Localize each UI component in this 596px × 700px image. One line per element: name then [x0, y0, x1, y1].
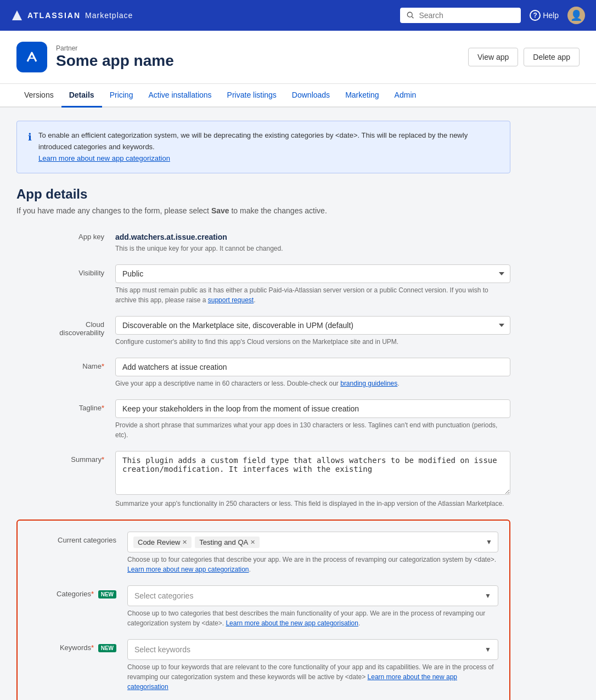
section-subtitle: If you have made any changes to the form… [16, 206, 510, 215]
nav-link-active-installations[interactable]: Active installations [140, 84, 219, 108]
keywords-hint: Choose up to four keywords that are rele… [127, 662, 498, 692]
tagline-hint: Provide a short phrase that summarizes w… [115, 420, 510, 440]
tagline-field: Provide a short phrase that summarizes w… [115, 399, 510, 440]
tag-code-review-close[interactable]: ✕ [182, 539, 187, 546]
categories-label: Categories* NEW [29, 585, 127, 598]
nav-link-details[interactable]: Details [61, 84, 102, 108]
categories-new-badge: NEW [98, 590, 116, 599]
summary-field: This plugin adds a custom field type tha… [115, 451, 510, 509]
nav-link-downloads[interactable]: Downloads [284, 84, 338, 108]
header: ATLASSIAN Marketplace ? Help 👤 [0, 0, 596, 31]
form-row-visibility: Visibility Public Private This app must … [16, 264, 510, 305]
search-input[interactable] [419, 11, 514, 20]
tagline-input[interactable] [115, 399, 510, 418]
nav-item-private-listings[interactable]: Private listings [220, 84, 284, 106]
app-key-hint: This is the unique key for your app. It … [115, 244, 510, 253]
tagline-label: Tagline* [16, 399, 115, 412]
keywords-label: Keywords* NEW [29, 639, 127, 652]
info-banner-text: To enable an efficient categorization sy… [38, 130, 499, 164]
tag-testing-qa-close[interactable]: ✕ [250, 539, 255, 546]
app-header-right: View app Delete app [468, 48, 580, 66]
app-title-area: Partner Some app name [56, 44, 174, 70]
form-row-categories: Categories* NEW Select categories ▼ Choo… [29, 585, 498, 628]
current-categories-learn-more-link[interactable]: Learn more about new app categorization [127, 566, 249, 573]
nav-item-admin[interactable]: Admin [387, 84, 424, 106]
main-content: ℹ To enable an efficient categorization … [0, 108, 527, 700]
partner-label: Partner [56, 44, 174, 52]
nav-item-active-installations[interactable]: Active installations [140, 84, 219, 106]
nav-link-admin[interactable]: Admin [387, 84, 424, 108]
svg-line-2 [412, 16, 414, 18]
visibility-select[interactable]: Public Private [115, 264, 510, 283]
name-field: Give your app a descriptive name in 60 c… [115, 358, 510, 388]
nav-link-pricing[interactable]: Pricing [102, 84, 141, 108]
avatar[interactable]: 👤 [567, 7, 585, 24]
app-key-value: add.watchers.at.issue.creation [115, 228, 510, 241]
svg-marker-0 [12, 10, 22, 20]
nav-item-pricing[interactable]: Pricing [102, 84, 141, 106]
search-bar[interactable] [400, 8, 521, 23]
categories-learn-more-link[interactable]: Learn more about the new app categorisat… [226, 619, 358, 627]
form-row-app-key: App key add.watchers.at.issue.creation T… [16, 228, 510, 253]
svg-point-1 [408, 12, 413, 17]
nav-item-details[interactable]: Details [61, 84, 102, 106]
current-categories-tags-select[interactable]: Code Review ✕ Testing and QA ✕ ▼ [127, 532, 498, 552]
form-row-tagline: Tagline* Provide a short phrase that sum… [16, 399, 510, 440]
form-row-keywords: Keywords* NEW Select keywords ▼ Choose u… [29, 639, 498, 692]
help-button[interactable]: ? Help [530, 10, 559, 21]
nav-link-versions[interactable]: Versions [16, 84, 61, 108]
page-title: App details [16, 187, 510, 202]
cloud-discoverability-select[interactable]: Discoverable on the Marketplace site, di… [115, 316, 510, 335]
form-row-name: Name* Give your app a descriptive name i… [16, 358, 510, 388]
help-icon: ? [530, 10, 541, 21]
cloud-discoverability-hint: Configure customer's ability to find thi… [115, 337, 510, 347]
tag-testing-qa: Testing and QA ✕ [195, 537, 260, 548]
support-request-link[interactable]: support request [208, 296, 254, 304]
keywords-field: Select keywords ▼ Choose up to four keyw… [127, 639, 498, 692]
app-key-label: App key [16, 228, 115, 241]
app-header-left: Partner Some app name [16, 42, 174, 72]
summary-textarea[interactable]: This plugin adds a custom field type tha… [115, 451, 510, 495]
tags-arrow-icon: ▼ [486, 538, 492, 546]
info-banner-link[interactable]: Learn more about new app categorization [38, 154, 170, 162]
summary-label: Summary* [16, 451, 115, 464]
header-logo-area: ATLASSIAN Marketplace [11, 9, 133, 21]
nav-bar: Versions Details Pricing Active installa… [0, 84, 596, 108]
view-app-button[interactable]: View app [468, 48, 518, 66]
search-icon [407, 11, 414, 20]
tag-code-review: Code Review ✕ [133, 537, 192, 548]
nav-link-private-listings[interactable]: Private listings [220, 84, 284, 108]
delete-app-button[interactable]: Delete app [524, 48, 580, 66]
highlighted-section: Current categories Code Review ✕ Testing… [16, 520, 510, 700]
info-icon: ℹ [28, 131, 32, 164]
keywords-placeholder: Select keywords [134, 645, 190, 654]
current-categories-field: Code Review ✕ Testing and QA ✕ ▼ Choose … [127, 532, 498, 574]
name-input[interactable] [115, 358, 510, 376]
header-right: ? Help 👤 [400, 7, 585, 24]
cloud-discoverability-field: Discoverable on the Marketplace site, di… [115, 316, 510, 347]
nav-link-marketing[interactable]: Marketing [338, 84, 386, 108]
branding-guidelines-link[interactable]: branding guidelines [340, 380, 397, 387]
app-key-field: add.watchers.at.issue.creation This is t… [115, 228, 510, 253]
categories-select[interactable]: Select categories ▼ [127, 585, 498, 606]
keywords-learn-more-link[interactable]: Learn more about the new app categorisat… [127, 673, 457, 691]
atlassian-text: ATLASSIAN [27, 11, 81, 20]
keywords-new-badge: NEW [98, 644, 116, 652]
app-icon [16, 42, 47, 72]
subtitle-post: to make the changes active. [229, 206, 327, 215]
keywords-select[interactable]: Select keywords ▼ [127, 639, 498, 660]
visibility-hint: This app must remain public as it has ei… [115, 285, 510, 305]
info-banner: ℹ To enable an efficient categorization … [16, 121, 510, 173]
name-label: Name* [16, 358, 115, 370]
cloud-discoverability-label: Clouddiscoverability [16, 316, 115, 337]
nav-item-versions[interactable]: Versions [16, 84, 61, 106]
marketplace-text: Marketplace [85, 11, 133, 20]
current-categories-hint: Choose up to four categories that descri… [127, 555, 498, 574]
nav-item-downloads[interactable]: Downloads [284, 84, 338, 106]
subtitle-pre: If you have made any changes to the form… [16, 206, 211, 215]
subtitle-save: Save [211, 206, 229, 215]
nav-item-marketing[interactable]: Marketing [338, 84, 386, 106]
visibility-label: Visibility [16, 264, 115, 277]
name-hint: Give your app a descriptive name in 60 c… [115, 379, 510, 388]
current-categories-label: Current categories [29, 532, 127, 544]
